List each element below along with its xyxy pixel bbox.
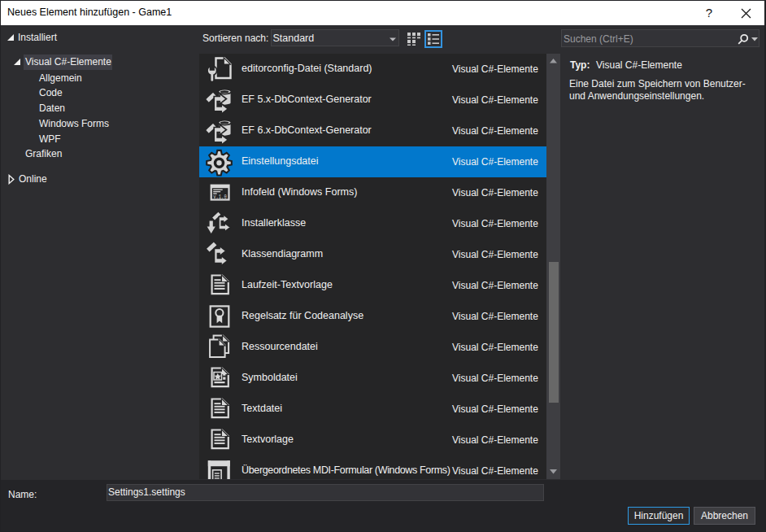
- svg-text:v.1.0: v.1.0: [213, 194, 227, 200]
